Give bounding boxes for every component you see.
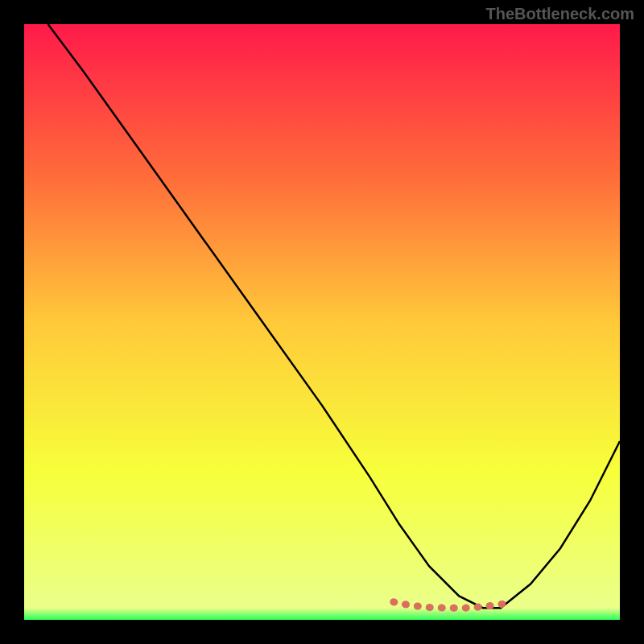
chart-container: TheBottleneck.com — [0, 0, 644, 644]
chart-svg — [24, 24, 620, 620]
watermark-text: TheBottleneck.com — [486, 5, 634, 23]
plot-area — [24, 24, 620, 620]
